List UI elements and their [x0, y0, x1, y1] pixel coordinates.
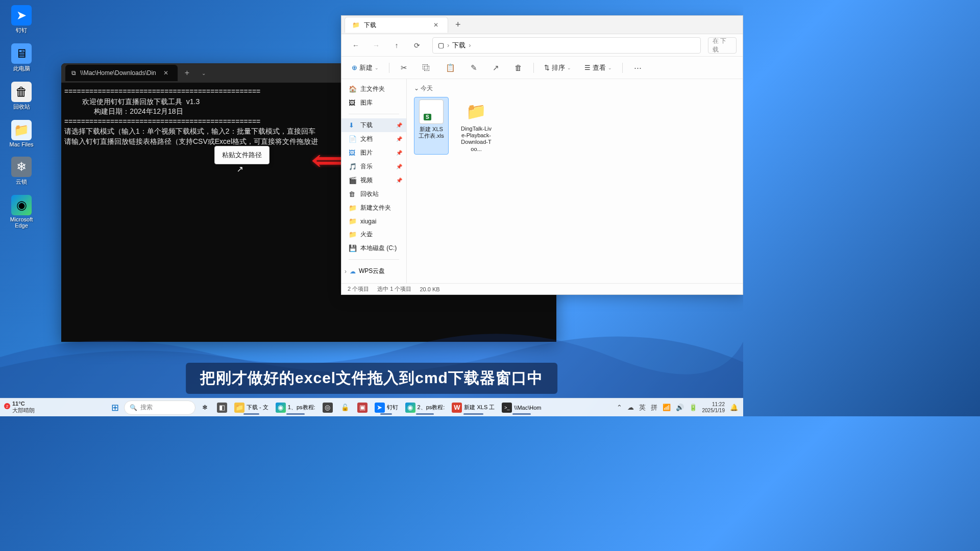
- refresh-button[interactable]: ⟳: [409, 37, 425, 54]
- task-lock[interactable]: 🔓: [337, 400, 353, 415]
- home-icon: 🏠: [349, 85, 357, 93]
- breadcrumb-item[interactable]: 下载: [452, 41, 465, 50]
- task-app2[interactable]: ▣: [354, 400, 371, 415]
- breadcrumb[interactable]: ▢ › 下载 ›: [432, 37, 701, 54]
- desktop-icon-yunsuo[interactable]: ❄ 云锁: [6, 157, 37, 186]
- sidebar-item-wps[interactable]: ›☁WPS云盘: [341, 264, 406, 279]
- close-tab-icon[interactable]: ✕: [160, 68, 172, 78]
- start-button[interactable]: ⊞: [107, 400, 123, 415]
- desktop-icon-this-pc[interactable]: 🖥 此电脑: [6, 43, 37, 72]
- share-icon[interactable]: ↗: [488, 61, 503, 74]
- volume-icon[interactable]: 🔊: [676, 404, 684, 411]
- wifi-icon[interactable]: 📶: [663, 404, 671, 411]
- terminal-tab-title: \\Mac\Home\Downloads\Din: [80, 69, 156, 77]
- desktop-icon-recycle[interactable]: 🗑 回收站: [6, 82, 37, 111]
- sidebar-item-music[interactable]: 🎵音乐📌: [341, 160, 406, 173]
- ime-icon[interactable]: 拼: [651, 403, 657, 412]
- separator: [349, 114, 399, 114]
- paste-path-item[interactable]: 粘贴文件路径: [222, 151, 262, 159]
- paste-icon[interactable]: 📋: [442, 61, 459, 74]
- sidebar-item-label: 新建文件夹: [360, 204, 391, 212]
- cloud-icon[interactable]: ☁: [627, 404, 634, 411]
- monitor-icon: 🖥: [11, 43, 32, 64]
- sidebar-item-documents[interactable]: 📄文档📌: [341, 132, 406, 146]
- edge-icon: ◉: [11, 195, 32, 215]
- task-label: 下载 - 文: [247, 404, 268, 411]
- delete-icon[interactable]: 🗑: [510, 61, 526, 74]
- cursor-icon: [237, 164, 244, 173]
- folder-icon: 📁: [349, 217, 357, 225]
- cloud-icon: ☁: [350, 268, 356, 275]
- clock[interactable]: 11:22 2025/1/19: [702, 402, 725, 414]
- folder-icon: 📁: [234, 403, 244, 413]
- rename-icon[interactable]: ✎: [467, 61, 481, 74]
- sidebar-item-huohu[interactable]: 📁火壶: [341, 228, 406, 241]
- pin-icon: 📌: [396, 178, 402, 183]
- task-wps[interactable]: W新建 XLS 工: [449, 400, 498, 415]
- chevron-down-icon: ⌄: [567, 65, 571, 70]
- copy-icon[interactable]: ⿻: [419, 61, 434, 74]
- task-explorer[interactable]: 📁下载 - 文: [231, 400, 272, 415]
- file-label: DingTalk-Live-Playback-Download-Too...: [461, 126, 492, 153]
- folder-icon: 📁: [349, 204, 357, 212]
- desktop-icon-mac-files[interactable]: 📁 Mac Files: [6, 120, 37, 147]
- file-item-folder[interactable]: 📁 DingTalk-Live-Playback-Download-Too...: [459, 97, 494, 155]
- notification-icon[interactable]: 🔔: [730, 404, 738, 411]
- desktop-icon-edge[interactable]: ◉ Microsoft Edge: [6, 195, 37, 229]
- taskbar: ☀2 11°C 大部晴朗 ⊞ 🔍搜索 ❄ ◧ 📁下载 - 文 ◉1、ps教程: …: [0, 398, 743, 416]
- sidebar-item-downloads[interactable]: ⬇下载📌: [341, 118, 406, 132]
- file-label: 新建 XLS 工作表.xls: [416, 126, 446, 139]
- sidebar-item-local-c[interactable]: 💾本地磁盘 (C:): [341, 241, 406, 255]
- cut-icon[interactable]: ✂: [397, 61, 411, 74]
- sidebar-item-recycle[interactable]: 🗑回收站: [341, 187, 406, 201]
- file-group-header[interactable]: ⌄ 今天: [414, 84, 736, 93]
- sidebar-item-home[interactable]: 🏠主文件夹: [341, 82, 406, 96]
- task-dingtalk[interactable]: ➤钉钉: [372, 400, 401, 415]
- up-button[interactable]: ↑: [388, 37, 405, 54]
- sidebar-item-videos[interactable]: 🎬视频📌: [341, 173, 406, 187]
- search-input[interactable]: 🔍搜索: [124, 400, 195, 415]
- new-tab-button[interactable]: +: [448, 19, 468, 30]
- search-input[interactable]: 在 下载: [708, 37, 737, 54]
- task-app1[interactable]: ◎: [320, 400, 336, 415]
- new-tab-button[interactable]: +: [178, 68, 197, 78]
- explorer-window[interactable]: 📁 下载 ✕ + ← → ↑ ⟳ ▢ › 下载 › 在 下载 ⊕ 新建 ⌄ ✂ …: [341, 15, 743, 295]
- sidebar-item-gallery[interactable]: 🖼图库: [341, 96, 406, 110]
- file-area[interactable]: ⌄ 今天 S 新建 XLS 工作表.xls 📁 DingTalk-Live-Pl…: [407, 79, 743, 283]
- explorer-tab[interactable]: 📁 下载 ✕: [345, 17, 448, 33]
- context-menu[interactable]: 粘贴文件路径: [214, 146, 270, 164]
- desktop-label: 钉钉: [16, 27, 27, 34]
- view-button[interactable]: ☰ 查看 ⌄: [581, 61, 615, 74]
- task-edge1[interactable]: ◉1、ps教程:: [273, 400, 318, 415]
- new-button[interactable]: ⊕ 新建 ⌄: [349, 61, 382, 74]
- battery-icon[interactable]: 🔋: [689, 404, 697, 411]
- lock-icon: 🔓: [340, 403, 350, 413]
- close-icon[interactable]: ✕: [431, 20, 440, 30]
- tab-dropdown-icon[interactable]: ⌄: [197, 70, 211, 76]
- sidebar-item-label: 回收站: [360, 190, 379, 198]
- taskbar-left: ☀2 11°C 大部晴朗: [5, 400, 35, 414]
- task-widgets[interactable]: ❄: [197, 400, 213, 415]
- sort-button[interactable]: ⇅ 排序 ⌄: [541, 61, 574, 74]
- sidebar-item-pictures[interactable]: 🖼图片📌: [341, 146, 406, 160]
- task-taskview[interactable]: ◧: [214, 400, 230, 415]
- back-button[interactable]: ←: [348, 37, 364, 54]
- sidebar-item-xiugai[interactable]: 📁xiugai: [341, 215, 406, 228]
- weather-temp: 11°C: [12, 400, 35, 407]
- weather-widget[interactable]: ☀2 11°C 大部晴朗: [5, 400, 35, 414]
- chevron-up-icon[interactable]: ⌃: [617, 404, 622, 411]
- more-icon[interactable]: ⋯: [630, 61, 646, 74]
- sidebar-item-new-folder[interactable]: 📁新建文件夹: [341, 201, 406, 215]
- subtitle-overlay: 把刚才做好的excel文件拖入到cmd下载器窗口中: [186, 363, 557, 394]
- gallery-icon: 🖼: [349, 99, 357, 107]
- plus-icon: ⊕: [352, 64, 357, 71]
- task-edge2[interactable]: ◉2、ps教程:: [402, 400, 448, 415]
- ime-icon[interactable]: 英: [639, 403, 646, 412]
- task-terminal[interactable]: >_\\Mac\Hom: [499, 400, 544, 415]
- forward-button[interactable]: →: [368, 37, 384, 54]
- desktop-icon-dingtalk[interactable]: ➤ 钉钉: [6, 5, 37, 34]
- folder-icon: 📁: [11, 120, 32, 140]
- sidebar-item-label: 火壶: [360, 230, 373, 239]
- terminal-tab[interactable]: ⧉ \\Mac\Home\Downloads\Din ✕: [65, 65, 178, 81]
- file-item-xls[interactable]: S 新建 XLS 工作表.xls: [414, 97, 449, 155]
